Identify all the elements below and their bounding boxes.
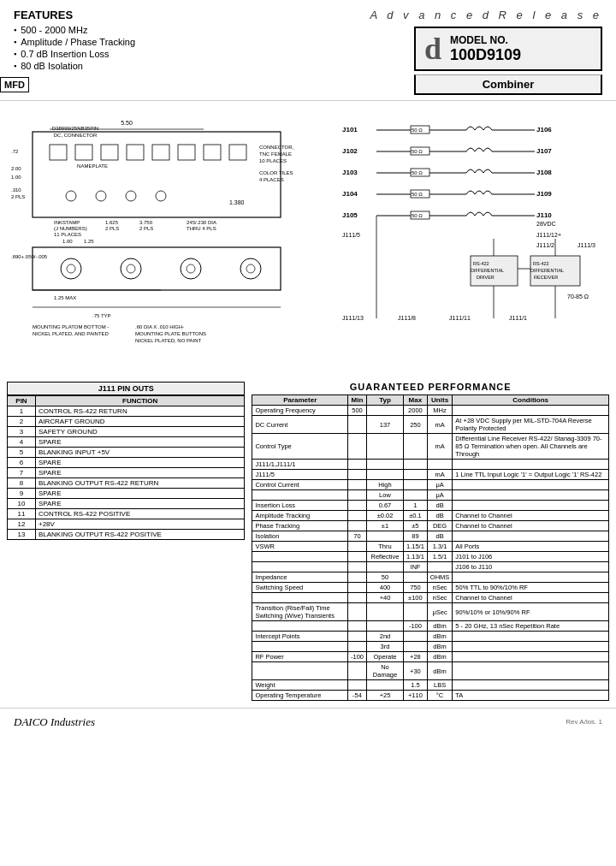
svg-point-41 xyxy=(121,258,141,279)
svg-point-45 xyxy=(240,258,261,279)
svg-text:245/.230 DIA: 245/.230 DIA xyxy=(187,220,216,225)
perf-table-row: RF Power -100 Operate +28 dBm xyxy=(252,652,609,662)
svg-text:DRIVER: DRIVER xyxy=(477,275,495,280)
perf-table-row: +40 ±100 nSec Channel to Channel xyxy=(252,593,609,603)
svg-text:MOUNTING PLATOM BOTTOM -: MOUNTING PLATOM BOTTOM - xyxy=(33,324,109,329)
svg-text:.690+.050/-.005: .690+.050/-.005 xyxy=(11,254,48,259)
svg-point-9 xyxy=(66,191,76,201)
feature-item-1: 500 - 2000 MHz xyxy=(14,25,370,35)
svg-text:J110: J110 xyxy=(536,211,552,219)
feature-item-4: 80 dB Isolation xyxy=(14,61,370,71)
svg-text:J103: J103 xyxy=(342,169,358,176)
model-box: d MODEL NO. 100D9109 xyxy=(414,27,602,71)
perf-table-row: Weight 1.5 LBS xyxy=(252,680,609,691)
svg-text:TNC FEMALE: TNC FEMALE xyxy=(259,151,292,157)
svg-point-40 xyxy=(67,264,75,273)
svg-text:J111/2: J111/2 xyxy=(536,242,554,248)
perf-table-row: J111/5 mA 1 Line TTL Input Logic '1' = O… xyxy=(252,470,609,480)
performance-table: ParameterMinTypMaxUnitsConditions Operat… xyxy=(252,394,609,701)
svg-text:10 PLACES: 10 PLACES xyxy=(259,158,287,163)
model-info: MODEL NO. 100D9109 xyxy=(450,34,521,64)
svg-text:CONNECTOR,: CONNECTOR, xyxy=(259,145,294,150)
svg-text:J105: J105 xyxy=(342,211,358,219)
svg-text:2.00: 2.00 xyxy=(11,166,21,171)
svg-text:DC, CONNECTOR: DC, CONNECTOR xyxy=(54,133,98,138)
svg-text:J111/3: J111/3 xyxy=(578,242,595,248)
svg-text:COLOR TILES: COLOR TILES xyxy=(259,170,293,175)
svg-text:(J NUMBERS): (J NUMBERS) xyxy=(54,226,87,231)
model-no-label: MODEL NO. xyxy=(450,34,521,46)
bottom-section: J111 PIN OUTS PIN FUNCTION 1CONTROL RS-4… xyxy=(0,378,616,704)
svg-rect-38 xyxy=(33,247,281,290)
svg-text:1.380: 1.380 xyxy=(229,199,245,205)
feature-item-2: Amplitude / Phase Tracking xyxy=(14,37,370,47)
pin-table-row: 6SPARE xyxy=(8,458,245,468)
svg-text:NAMEPLATE: NAMEPLATE xyxy=(77,163,108,169)
perf-table-row: Switching Speed 400 750 nSec 50% TTL to … xyxy=(252,583,609,593)
feature-item-3: 0.7 dB Insertion Loss xyxy=(14,49,370,59)
svg-text:NICKEL PLATED, AND PAINTED: NICKEL PLATED, AND PAINTED xyxy=(33,331,110,336)
pin-table-row: 12+28V xyxy=(8,519,245,530)
svg-text:50 Ω: 50 Ω xyxy=(412,128,423,133)
perf-table-row: Control Type mA Differential Line Receiv… xyxy=(252,434,609,460)
svg-point-42 xyxy=(127,264,135,273)
svg-text:D38999/25NB35PIN: D38999/25NB35PIN xyxy=(52,126,98,131)
perf-table-row: Control Current High μA xyxy=(252,480,609,490)
pin-table-row: 2AIRCRAFT GROUND xyxy=(8,417,245,427)
svg-text:2 PLS: 2 PLS xyxy=(105,226,119,231)
pin-col-header: PIN xyxy=(8,396,36,406)
svg-text:.75 TYP: .75 TYP xyxy=(92,313,111,318)
pin-table-title: J111 PIN OUTS xyxy=(7,382,245,395)
svg-point-10 xyxy=(96,191,106,201)
daico-name: DAICO xyxy=(14,715,50,728)
pin-table-row: 9SPARE xyxy=(8,489,245,499)
combiner-label: Combiner xyxy=(414,74,602,95)
daico-d-logo: d xyxy=(424,33,441,64)
svg-text:DIFFERENTIAL: DIFFERENTIAL xyxy=(471,268,504,273)
pin-table-row: 10SPARE xyxy=(8,499,245,509)
perf-table-row: VSWR Thru 1.15/1 1.3/1 All Ports xyxy=(252,542,609,552)
svg-text:1.00: 1.00 xyxy=(62,239,73,244)
pin-table-row: 3SAFETY GROUND xyxy=(8,427,245,437)
features-list: 500 - 2000 MHz Amplitude / Phase Trackin… xyxy=(14,25,370,71)
perf-table-row: Impedance 50 OHMS xyxy=(252,572,609,583)
svg-text:MOUNTING PLATE BUTTONS: MOUNTING PLATE BUTTONS xyxy=(135,331,206,336)
svg-text:50 Ω: 50 Ω xyxy=(412,149,423,154)
svg-text:J102: J102 xyxy=(342,147,358,155)
mfd-badge: MFD xyxy=(0,77,29,92)
perf-table-row: Transition (Rise/Fall) Time Switching (W… xyxy=(252,603,609,621)
svg-text:.310: .310 xyxy=(11,187,21,193)
perf-table-row: Reflective 1.13/1 1.5/1 J101 to J106 xyxy=(252,552,609,562)
perf-table-row: Operating Frequency 500 2000 MHz xyxy=(252,406,609,416)
function-col-header: FUNCTION xyxy=(35,396,244,406)
svg-rect-1 xyxy=(50,145,67,160)
svg-text:.60 DIA X .010 HIGH-: .60 DIA X .010 HIGH- xyxy=(135,324,184,329)
model-no-value: 100D9109 xyxy=(450,46,521,64)
connector-diagram: J101 50 Ω J106 J102 50 Ω J107 J103 50 Ω xyxy=(338,106,616,371)
svg-rect-4 xyxy=(127,145,144,160)
svg-text:J111/8: J111/8 xyxy=(398,315,416,321)
svg-text:RS-422: RS-422 xyxy=(533,261,549,266)
svg-text:1.625: 1.625 xyxy=(105,220,119,225)
svg-text:1.25: 1.25 xyxy=(84,239,94,244)
svg-text:3.750: 3.750 xyxy=(139,220,153,225)
pin-table-row: 8BLANKING OUTPUT RS-422 RETURN xyxy=(8,478,245,489)
svg-text:2 PLS: 2 PLS xyxy=(11,194,25,199)
header: FEATURES 500 - 2000 MHz Amplitude / Phas… xyxy=(0,0,616,101)
svg-text:70-85 Ω: 70-85 Ω xyxy=(567,294,589,300)
svg-rect-6 xyxy=(178,145,195,160)
svg-text:DIFFERENTIAL: DIFFERENTIAL xyxy=(530,268,564,273)
svg-point-12 xyxy=(156,191,166,201)
svg-text:NICKEL PLATED, NO PAINT: NICKEL PLATED, NO PAINT xyxy=(135,338,202,343)
perf-table-row: Amplitude Tracking ±0.02 ±0.1 dB Channel… xyxy=(252,511,609,521)
svg-text:INKSTAMP: INKSTAMP xyxy=(54,220,80,225)
pin-table: PIN FUNCTION 1CONTROL RS-422 RETURN2AIRC… xyxy=(7,395,245,540)
svg-text:J111/5: J111/5 xyxy=(342,232,360,238)
svg-text:J111/1: J111/1 xyxy=(509,315,527,321)
pin-table-row: 11CONTROL RS-422 POSITIVE xyxy=(8,509,245,519)
svg-text:.72: .72 xyxy=(11,149,19,154)
perf-table-row: INF J106 to J110 xyxy=(252,562,609,572)
svg-point-43 xyxy=(181,258,201,279)
connector-area: J101 50 Ω J106 J102 50 Ω J107 J103 50 Ω xyxy=(338,106,609,373)
svg-text:RS-422: RS-422 xyxy=(473,261,489,266)
